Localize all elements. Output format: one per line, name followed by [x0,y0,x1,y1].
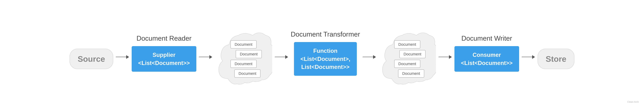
arrow-3-line [275,57,285,57]
doc-cloud-2-section: Document Document Document Document [378,14,436,92]
consumer-box: Consumer <List<Document>> [454,46,519,72]
arrow-1 [116,55,129,59]
consumer-line2: <List<Document>> [461,60,512,66]
function-box: Function <List<Document>, List<Document>… [294,42,357,76]
function-line2: <List<Document>, [300,56,350,62]
arrow-5 [438,55,452,59]
document-writer-section: Document Writer Consumer <List<Document>… [454,34,519,72]
arrow-3-head [285,55,288,59]
arrow-1-head [126,55,129,59]
consumer-line1: Consumer [472,52,501,58]
doc-2-2: Document [400,50,426,58]
doc-1-3: Document [230,60,256,68]
document-reader-section: Document Reader Supplier <List<Document>… [132,34,196,72]
doc-1-4: Document [234,69,260,78]
doc-1-2: Document [236,50,262,58]
arrow-4-head [373,55,376,59]
document-reader-label: Document Reader [136,34,192,42]
source-cloud: Source [70,49,113,69]
arrow-4-line [363,57,373,57]
supplier-box: Supplier <List<Document>> [132,46,196,72]
doc-2-1: Document [394,40,420,48]
doc-cloud-2-wrapper: Document Document Document Document [378,26,436,92]
arrow-6 [522,55,535,59]
document-transformer-label: Document Transformer [291,30,360,38]
arrow-5-head [449,55,452,59]
arrow-4 [363,55,376,59]
doc-cloud-1-inner: Document Document Document Document [221,34,266,84]
arrow-3 [275,55,288,59]
document-writer-label: Document Writer [461,34,512,42]
source-label: Source [78,54,105,63]
store-section: Store [538,37,574,69]
doc-2-3: Document [394,60,420,68]
doc-2-4: Document [398,69,424,78]
arrow-1-line [116,57,126,57]
document-transformer-section: Document Transformer Function <List<Docu… [291,30,360,76]
function-line3: List<Document>> [301,64,350,70]
arrow-5-line [438,57,449,57]
doc-cloud-1-wrapper: Document Document Document Document [215,26,272,92]
watermark: Clean Arch [627,101,639,103]
arrow-2-head [209,55,212,59]
arrow-2 [199,55,212,59]
store-label: Store [546,54,566,63]
source-section: Source [70,37,113,69]
arrow-6-line [522,57,532,57]
function-line1: Function [313,47,338,54]
store-cloud: Store [538,49,574,69]
doc-cloud-1-section: Document Document Document Document [215,14,272,92]
doc-cloud-2-inner: Document Document Document Document [385,34,430,84]
supplier-line1: Supplier [152,52,176,58]
arrow-6-head [532,55,535,59]
supplier-line2: <List<Document>> [138,60,190,66]
doc-1-1: Document [230,40,256,48]
diagram: Source Document Reader Supplier <List<Do… [0,0,644,106]
arrow-2-line [199,57,209,57]
